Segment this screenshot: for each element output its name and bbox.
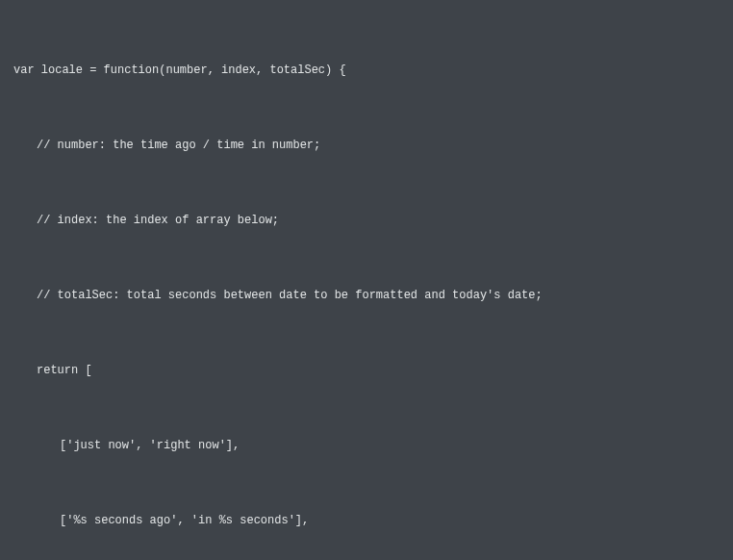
code-line: return [: [13, 358, 720, 383]
code-line: // index: the index of array below;: [13, 208, 720, 233]
code-line: ['%s seconds ago', 'in %s seconds'],: [13, 508, 720, 533]
code-line: // number: the time ago / time in number…: [13, 133, 720, 158]
code-block: var locale = function(number, index, tot…: [13, 8, 720, 560]
code-line: ['just now', 'right now'],: [13, 433, 720, 458]
code-line: var locale = function(number, index, tot…: [13, 58, 720, 83]
code-line: // totalSec: total seconds between date …: [13, 283, 720, 308]
